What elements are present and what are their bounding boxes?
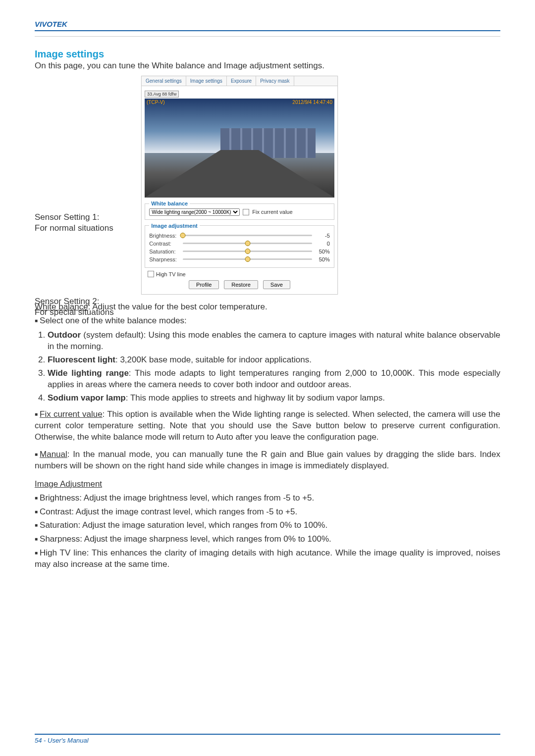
mode-outdoor-name: Outdoor: [48, 330, 81, 340]
fix-current-value-heading: Fix current value: [40, 409, 103, 419]
high-tv-line-checkbox[interactable]: [148, 271, 154, 277]
mode-fluorescent-desc: : 3,200K base mode, suitable for indoor …: [115, 355, 312, 364]
brightness-label: Brightness:: [149, 233, 179, 239]
image-adjustment-heading: Image Adjustment: [35, 479, 102, 489]
body-text: White balance: Adjust the value for the …: [35, 302, 500, 570]
image-settings-panel: General settings Image settings Exposure…: [141, 76, 338, 295]
sensor-setting-1-sub: For normal situations: [35, 223, 113, 234]
saturation-value: 50%: [316, 249, 330, 254]
brightness-slider[interactable]: [183, 235, 312, 236]
sensor-setting-2-sub: For special situations: [35, 307, 114, 318]
sensor-labels: Sensor Setting 1: For normal situations …: [35, 76, 141, 295]
adj-saturation-desc: Saturation: Adjust the image saturation …: [40, 520, 327, 530]
fix-current-value-label: Fix current value: [252, 209, 292, 215]
mode-outdoor-desc: (system default): Using this mode enable…: [48, 330, 500, 351]
section-intro: On this page, you can tune the White bal…: [35, 61, 500, 71]
save-button[interactable]: Save: [263, 280, 290, 289]
video-overlay-label: (TCP-V): [147, 100, 165, 105]
high-tv-line-label: High TV line: [156, 271, 186, 277]
restore-button[interactable]: Restore: [224, 280, 258, 289]
adj-sharpness-desc: Sharpness: Adjust the image sharpness le…: [40, 534, 331, 544]
contrast-slider[interactable]: [183, 243, 312, 244]
fps-indicator: 33.Avg 88 fdfw: [145, 91, 179, 98]
white-balance-legend: White balance: [149, 201, 190, 206]
image-adjustment-group: Image adjustment Brightness: -5 Contrast…: [145, 223, 334, 268]
mode-fluorescent-name: Fluorescent light: [48, 355, 115, 364]
adj-contrast-desc: Contrast: Adjust the image contrast leve…: [40, 507, 297, 516]
sensor-setting-2-title: Sensor Setting 2:: [35, 296, 114, 307]
mode-sodium-name: Sodium vapor lamp: [48, 393, 126, 403]
mode-sodium-desc: : This mode applies to streets and highw…: [126, 393, 385, 403]
contrast-label: Contrast:: [149, 241, 179, 247]
white-balance-select[interactable]: Wide lighting range(2000 ~ 10000K): [149, 208, 240, 216]
header-divider: [35, 36, 500, 37]
sharpness-slider[interactable]: [183, 258, 312, 260]
adj-tvline-desc: High TV line: This enhances the clarity …: [35, 548, 500, 569]
sharpness-value: 50%: [316, 256, 330, 262]
contrast-value: 0: [316, 241, 330, 247]
manual-heading: Manual: [40, 450, 67, 459]
video-preview: (TCP-V) 2012/9/4 14:47:40: [145, 99, 334, 198]
adj-brightness-desc: Brightness: Adjust the image brightness …: [40, 493, 314, 503]
section-title: Image settings: [35, 49, 500, 60]
white-balance-group: White balance Wide lighting range(2000 ~…: [145, 201, 334, 220]
video-preview-container: 33.Avg 88 fdfw (TCP-V) 2012/9/4 14:47:40: [145, 89, 334, 198]
image-adjustment-legend: Image adjustment: [149, 223, 200, 229]
fix-current-value-desc: : This option is available when the Wide…: [35, 409, 500, 442]
white-balance-heading-rest: : Adjust the value for the best color te…: [88, 302, 268, 311]
brand-header: VIVOTEK: [35, 20, 500, 31]
tab-privacy-mask[interactable]: Privacy mask: [256, 76, 294, 86]
fix-current-value-checkbox[interactable]: [243, 209, 249, 215]
saturation-label: Saturation:: [149, 249, 179, 254]
sensor-setting-1-title: Sensor Setting 1:: [35, 212, 113, 223]
sharpness-label: Sharpness:: [149, 256, 179, 262]
brightness-value: -5: [316, 233, 330, 239]
tab-general-settings[interactable]: General settings: [142, 76, 186, 86]
profile-button[interactable]: Profile: [189, 280, 219, 289]
tab-exposure[interactable]: Exposure: [227, 76, 256, 86]
tab-image-settings[interactable]: Image settings: [186, 76, 227, 86]
panel-tabs: General settings Image settings Exposure…: [142, 76, 337, 86]
video-overlay-timestamp: 2012/9/4 14:47:40: [292, 100, 332, 105]
footer-page-number: 54 - User's Manual: [35, 734, 500, 744]
saturation-slider[interactable]: [183, 251, 312, 252]
mode-wide-name: Wide lighting range: [48, 368, 129, 378]
manual-desc: : In the manual mode, you can manually t…: [35, 450, 500, 470]
